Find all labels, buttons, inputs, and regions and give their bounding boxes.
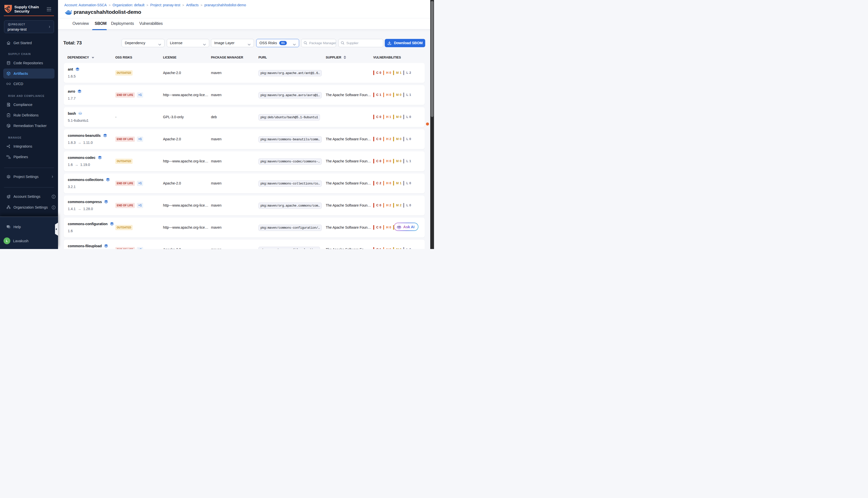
svg-text:?: ? <box>8 225 9 227</box>
